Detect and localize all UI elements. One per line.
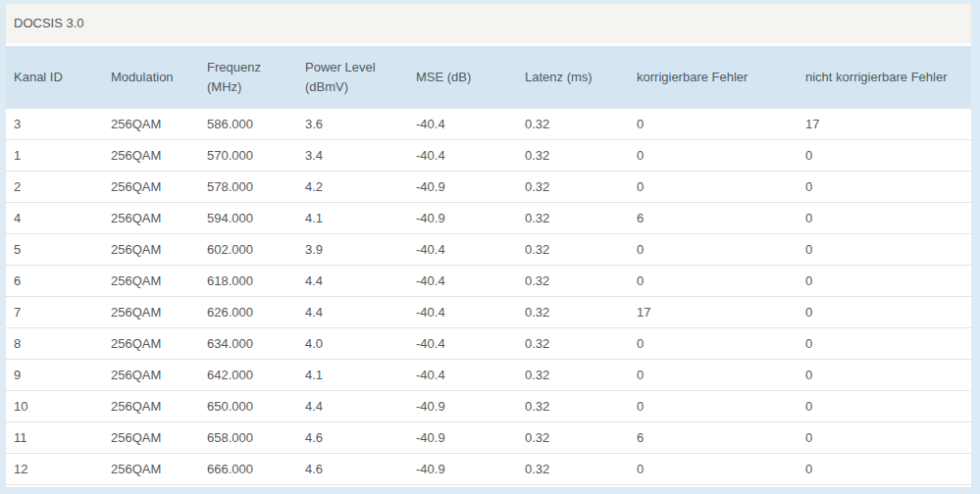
cell-nicht-korrigierbare-fehler: 17 bbox=[798, 109, 971, 140]
cell-latenz: 0.32 bbox=[517, 454, 629, 485]
cell-kanal-id: 4 bbox=[6, 203, 103, 234]
cell-modulation: 256QAM bbox=[103, 109, 199, 140]
cell-mse: -40.9 bbox=[408, 172, 517, 203]
cell-latenz: 0.32 bbox=[517, 203, 629, 234]
cell-korrigierbare-fehler: 0 bbox=[629, 109, 798, 140]
cell-frequenz: 586.000 bbox=[199, 109, 297, 140]
cell-frequenz: 658.000 bbox=[199, 422, 297, 454]
cell-mse: -40.4 bbox=[408, 328, 517, 360]
cell-nicht-korrigierbare-fehler: 0 bbox=[798, 391, 971, 422]
table-row: 7256QAM626.0004.4-40.40.32170 bbox=[6, 297, 971, 328]
cell-nicht-korrigierbare-fehler: 0 bbox=[798, 422, 971, 454]
cell-korrigierbare-fehler: 0 bbox=[629, 454, 798, 485]
cell-frequenz: 570.000 bbox=[199, 140, 297, 172]
cell-korrigierbare-fehler: 17 bbox=[629, 297, 798, 328]
cell-korrigierbare-fehler: 0 bbox=[629, 234, 798, 266]
cell-latenz: 0.32 bbox=[517, 297, 629, 328]
cell-kanal-id: 11 bbox=[6, 422, 103, 454]
cell-latenz: 0.32 bbox=[517, 140, 629, 172]
column-header-korrigierbare-fehler: korrigierbare Fehler bbox=[629, 46, 798, 109]
cell-power-level: 4.1 bbox=[297, 360, 408, 391]
cell-nicht-korrigierbare-fehler: 0 bbox=[798, 172, 971, 203]
cell-kanal-id: 2 bbox=[6, 172, 103, 203]
table-row: 2256QAM578.0004.2-40.90.3200 bbox=[6, 172, 971, 203]
cell-modulation: 256QAM bbox=[103, 328, 199, 360]
cell-mse: -40.4 bbox=[408, 234, 517, 266]
cell-power-level: 4.6 bbox=[297, 422, 408, 454]
table-row: 4256QAM594.0004.1-40.90.3260 bbox=[6, 203, 971, 234]
cell-power-level: 3.6 bbox=[297, 109, 408, 140]
cell-frequenz: 594.000 bbox=[199, 203, 297, 234]
table-body: 3256QAM586.0003.6-40.40.320171256QAM570.… bbox=[6, 109, 971, 485]
cell-power-level: 4.0 bbox=[297, 328, 408, 360]
column-header-nicht-korrigierbare-fehler: nicht korrigierbare Fehler bbox=[798, 46, 971, 109]
cell-frequenz: 602.000 bbox=[199, 234, 297, 266]
cell-frequenz: 626.000 bbox=[199, 297, 297, 328]
cell-korrigierbare-fehler: 0 bbox=[629, 266, 798, 297]
cell-nicht-korrigierbare-fehler: 0 bbox=[798, 140, 971, 172]
docsis-status-panel: DOCSIS 3.0 Kanal IDModulationFrequenz (M… bbox=[6, 4, 971, 487]
cell-power-level: 4.4 bbox=[297, 266, 408, 297]
column-header-kanal-id: Kanal ID bbox=[6, 46, 103, 109]
table-row: 11256QAM658.0004.6-40.90.3260 bbox=[6, 422, 971, 454]
cell-latenz: 0.32 bbox=[517, 234, 629, 266]
table-header-row: Kanal IDModulationFrequenz (MHz)Power Le… bbox=[6, 46, 971, 109]
cell-mse: -40.4 bbox=[408, 360, 517, 391]
cell-nicht-korrigierbare-fehler: 0 bbox=[798, 328, 971, 360]
cell-modulation: 256QAM bbox=[103, 297, 199, 328]
cell-power-level: 4.2 bbox=[297, 172, 408, 203]
cell-mse: -40.9 bbox=[408, 454, 517, 485]
cell-mse: -40.4 bbox=[408, 266, 517, 297]
table-row: 12256QAM666.0004.6-40.90.3200 bbox=[6, 454, 971, 485]
column-header-mse: MSE (dB) bbox=[408, 46, 517, 109]
cell-kanal-id: 6 bbox=[6, 266, 103, 297]
cell-power-level: 4.4 bbox=[297, 297, 408, 328]
cell-korrigierbare-fehler: 0 bbox=[629, 360, 798, 391]
cell-mse: -40.4 bbox=[408, 297, 517, 328]
cell-latenz: 0.32 bbox=[517, 328, 629, 360]
table-row: 8256QAM634.0004.0-40.40.3200 bbox=[6, 328, 971, 360]
cell-nicht-korrigierbare-fehler: 0 bbox=[798, 360, 971, 391]
cell-frequenz: 666.000 bbox=[199, 454, 297, 485]
cell-nicht-korrigierbare-fehler: 0 bbox=[798, 454, 971, 485]
cell-mse: -40.9 bbox=[408, 422, 517, 454]
cell-modulation: 256QAM bbox=[103, 391, 199, 422]
cell-latenz: 0.32 bbox=[517, 172, 629, 203]
cell-frequenz: 642.000 bbox=[199, 360, 297, 391]
cell-mse: -40.4 bbox=[408, 140, 517, 172]
cell-latenz: 0.32 bbox=[517, 422, 629, 454]
cell-korrigierbare-fehler: 6 bbox=[629, 422, 798, 454]
cell-nicht-korrigierbare-fehler: 0 bbox=[798, 297, 971, 328]
cell-latenz: 0.32 bbox=[517, 360, 629, 391]
cell-kanal-id: 7 bbox=[6, 297, 103, 328]
cell-latenz: 0.32 bbox=[517, 391, 629, 422]
cell-latenz: 0.32 bbox=[517, 109, 629, 140]
column-header-power-level: Power Level (dBmV) bbox=[297, 46, 408, 109]
cell-korrigierbare-fehler: 6 bbox=[629, 203, 798, 234]
cell-modulation: 256QAM bbox=[103, 422, 199, 454]
cell-kanal-id: 10 bbox=[6, 391, 103, 422]
cell-mse: -40.4 bbox=[408, 109, 517, 140]
table-row: 6256QAM618.0004.4-40.40.3200 bbox=[6, 266, 971, 297]
column-header-frequenz: Frequenz (MHz) bbox=[199, 46, 297, 109]
cell-frequenz: 650.000 bbox=[199, 391, 297, 422]
cell-kanal-id: 8 bbox=[6, 328, 103, 360]
cell-modulation: 256QAM bbox=[103, 454, 199, 485]
cell-kanal-id: 3 bbox=[6, 109, 103, 140]
cell-modulation: 256QAM bbox=[103, 360, 199, 391]
table-row: 9256QAM642.0004.1-40.40.3200 bbox=[6, 360, 971, 391]
downstream-channel-table: Kanal IDModulationFrequenz (MHz)Power Le… bbox=[6, 46, 971, 485]
cell-modulation: 256QAM bbox=[103, 234, 199, 266]
cell-korrigierbare-fehler: 0 bbox=[629, 391, 798, 422]
cell-power-level: 4.4 bbox=[297, 391, 408, 422]
cell-power-level: 4.6 bbox=[297, 454, 408, 485]
column-header-latenz: Latenz (ms) bbox=[517, 46, 629, 109]
cell-power-level: 3.9 bbox=[297, 234, 408, 266]
cell-kanal-id: 5 bbox=[6, 234, 103, 266]
cell-mse: -40.9 bbox=[408, 391, 517, 422]
cell-korrigierbare-fehler: 0 bbox=[629, 172, 798, 203]
cell-nicht-korrigierbare-fehler: 0 bbox=[798, 234, 971, 266]
cell-power-level: 4.1 bbox=[297, 203, 408, 234]
cell-nicht-korrigierbare-fehler: 0 bbox=[798, 266, 971, 297]
cell-frequenz: 634.000 bbox=[199, 328, 297, 360]
